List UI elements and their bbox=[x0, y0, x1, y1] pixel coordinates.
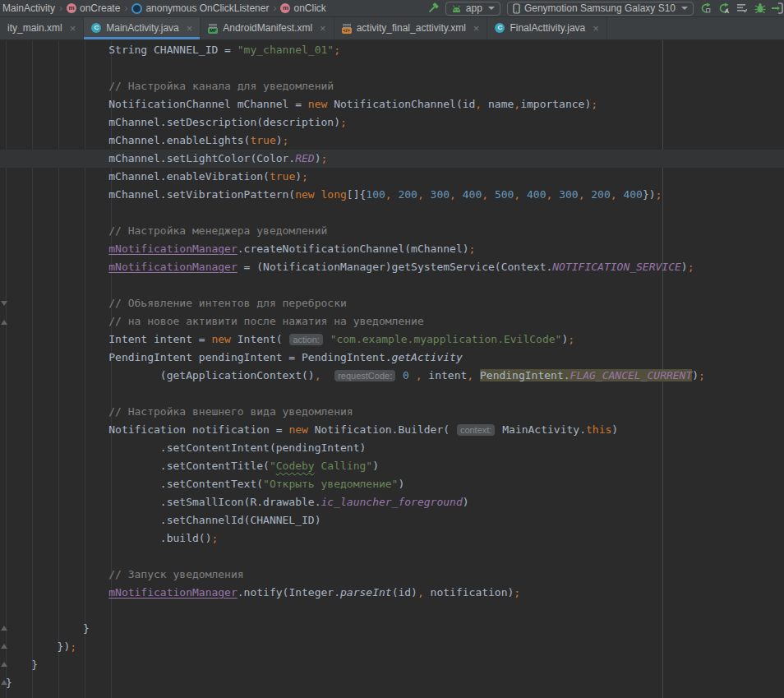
apply-changes-button[interactable] bbox=[697, 0, 715, 16]
code-line: } bbox=[0, 656, 784, 674]
attach-debugger-icon bbox=[770, 2, 783, 15]
code-line: } bbox=[0, 674, 784, 692]
attach-debugger-button[interactable] bbox=[769, 0, 784, 16]
apply-code-changes-button[interactable]: A bbox=[715, 0, 733, 16]
code-line: mChannel.enableVibration(true); bbox=[0, 168, 784, 186]
build-hammer-icon bbox=[427, 2, 440, 15]
code-line: // Настройка внешнего вида уведомления bbox=[0, 403, 784, 421]
code-line: .setSmallIcon(R.drawable.ic_launcher_for… bbox=[0, 493, 784, 511]
profiler-button[interactable] bbox=[733, 0, 751, 16]
tab-activity-final-acttivity-xml[interactable]: </> activity_final_acttivity.xml × bbox=[334, 16, 488, 39]
xml-file-icon: </> bbox=[342, 23, 352, 34]
code-line: mNotificationManager = (NotificationMana… bbox=[0, 258, 784, 276]
code-line: mNotificationManager.notify(Integer.pars… bbox=[0, 584, 784, 602]
close-tab-icon[interactable]: × bbox=[593, 23, 599, 34]
close-tab-icon[interactable]: × bbox=[187, 23, 193, 34]
apply-changes-icon bbox=[699, 2, 713, 15]
code-line: .setContentIntent(pendingIntent) bbox=[0, 439, 784, 457]
svg-text:A: A bbox=[725, 7, 730, 15]
breadcrumb-item-oncreate[interactable]: m onCreate bbox=[64, 2, 122, 14]
code-line: // Настройка менеджера уведомлений bbox=[0, 222, 784, 240]
code-line bbox=[0, 548, 784, 566]
tab-androidmanifest-xml[interactable]: MF AndroidManifest.xml × bbox=[201, 16, 334, 39]
breadcrumb-separator: › bbox=[58, 2, 64, 14]
close-tab-icon[interactable]: × bbox=[70, 23, 76, 34]
fold-up-icon[interactable] bbox=[1, 320, 7, 325]
manifest-file-icon: MF bbox=[208, 23, 218, 34]
tab-finalacttivity-java[interactable]: C FinalActtivity.java × bbox=[487, 16, 606, 39]
code-line: } bbox=[0, 620, 784, 638]
fold-down-icon[interactable] bbox=[1, 301, 7, 306]
code-line: mChannel.setDescription(description); bbox=[0, 113, 784, 132]
code-line: .setContentTitle("Codeby Calling") bbox=[0, 457, 784, 475]
chevron-down-icon bbox=[681, 7, 688, 10]
fold-up-icon[interactable] bbox=[1, 644, 7, 649]
code-line bbox=[0, 204, 784, 222]
profiler-icon bbox=[736, 2, 749, 15]
code-line: .setContentText("Открыть уведомление") bbox=[0, 475, 784, 493]
code-line: NotificationChannel mChannel = new Notif… bbox=[0, 95, 784, 113]
code-line: .build(); bbox=[0, 529, 784, 548]
build-button[interactable] bbox=[424, 0, 442, 16]
code-line: // Запуск уведомления bbox=[0, 566, 784, 584]
breadcrumb-separator: › bbox=[271, 2, 278, 14]
breadcrumb-item-class[interactable]: MainActivity bbox=[0, 2, 58, 14]
code-line: mChannel.setLightColor(Color.RED); bbox=[0, 150, 784, 168]
tab-label: AndroidManifest.xml bbox=[223, 22, 312, 34]
debug-button[interactable] bbox=[751, 0, 769, 16]
android-icon bbox=[451, 4, 462, 13]
code-line: PendingIntent pendingIntent = PendingInt… bbox=[0, 349, 784, 367]
code-line: .setChannelId(CHANNEL_ID) bbox=[0, 511, 784, 529]
code-line bbox=[0, 602, 784, 620]
toolbar-run-area: app Genymotion Samsung Galaxy S10 A bbox=[424, 0, 784, 16]
breadcrumb-item-anonymous-class[interactable]: anonymous OnClickListener bbox=[129, 2, 271, 14]
code-line: }); bbox=[0, 638, 784, 656]
code-line: // Настройка канала для уведомлений bbox=[0, 77, 784, 95]
code-line bbox=[0, 276, 784, 294]
anonymous-class-icon bbox=[131, 3, 142, 14]
java-class-icon: C bbox=[495, 23, 505, 33]
breadcrumb-separator: › bbox=[122, 2, 129, 14]
phone-icon bbox=[513, 3, 520, 14]
code-line bbox=[0, 59, 784, 77]
method-icon: m bbox=[67, 3, 76, 13]
breadcrumb-label: MainActivity bbox=[2, 2, 55, 14]
tab-label: ity_main.xml bbox=[7, 22, 62, 34]
code-line: Intent intent = new Intent( action: "com… bbox=[0, 331, 784, 349]
code-line: (getApplicationContext(), requestCode: 0… bbox=[0, 367, 784, 385]
device-label: Genymotion Samsung Galaxy S10 bbox=[524, 2, 676, 14]
breadcrumb-item-onclick[interactable]: m onClick bbox=[278, 2, 328, 14]
tab-mainactivity-java[interactable]: C MainActivity.java × bbox=[84, 16, 201, 39]
tab-activity-main-xml[interactable]: ity_main.xml × bbox=[0, 16, 84, 39]
code-line: mChannel.enableLights(true); bbox=[0, 132, 784, 150]
run-configuration-select[interactable]: app bbox=[445, 2, 500, 16]
code-line: String CHANNEL_ID = "my_channel_01"; bbox=[0, 41, 784, 59]
apply-code-changes-icon: A bbox=[717, 2, 731, 15]
code-line: // Обьявление интентов для переброски bbox=[0, 294, 784, 312]
code-editor[interactable]: String CHANNEL_ID = "my_channel_01"; // … bbox=[0, 39, 784, 698]
method-icon: m bbox=[280, 3, 290, 13]
breadcrumb-label: onCreate bbox=[80, 2, 120, 14]
debug-bug-icon bbox=[754, 2, 767, 15]
fold-up-icon[interactable] bbox=[1, 662, 7, 667]
breadcrumb-label: anonymous OnClickListener bbox=[145, 2, 269, 14]
fold-up-icon[interactable] bbox=[1, 680, 7, 685]
close-tab-icon[interactable]: × bbox=[320, 23, 326, 34]
run-configuration-label: app bbox=[466, 2, 482, 14]
code-line: mNotificationManager.createNotificationC… bbox=[0, 240, 784, 258]
code-line: Notification notification = new Notifica… bbox=[0, 421, 784, 439]
chevron-down-icon bbox=[488, 7, 495, 10]
main-toolbar: MainActivity › m onCreate › anonymous On… bbox=[0, 0, 784, 17]
breadcrumb-label: onClick bbox=[293, 2, 325, 14]
tab-label: activity_final_acttivity.xml bbox=[357, 22, 466, 34]
close-tab-icon[interactable]: × bbox=[473, 23, 480, 34]
code-content: String CHANNEL_ID = "my_channel_01"; // … bbox=[0, 41, 784, 692]
code-line: mChannel.setVibrationPattern(new long[]{… bbox=[0, 186, 784, 204]
code-line: // на новое активити после нажатия на ув… bbox=[0, 312, 784, 331]
tab-label: MainActivity.java bbox=[106, 22, 178, 34]
device-select[interactable]: Genymotion Samsung Galaxy S10 bbox=[507, 2, 694, 16]
fold-up-icon[interactable] bbox=[1, 626, 7, 631]
editor-tab-bar: ity_main.xml × C MainActivity.java × MF … bbox=[0, 16, 784, 40]
tab-label: FinalActtivity.java bbox=[510, 22, 585, 34]
java-class-icon: C bbox=[91, 23, 101, 33]
